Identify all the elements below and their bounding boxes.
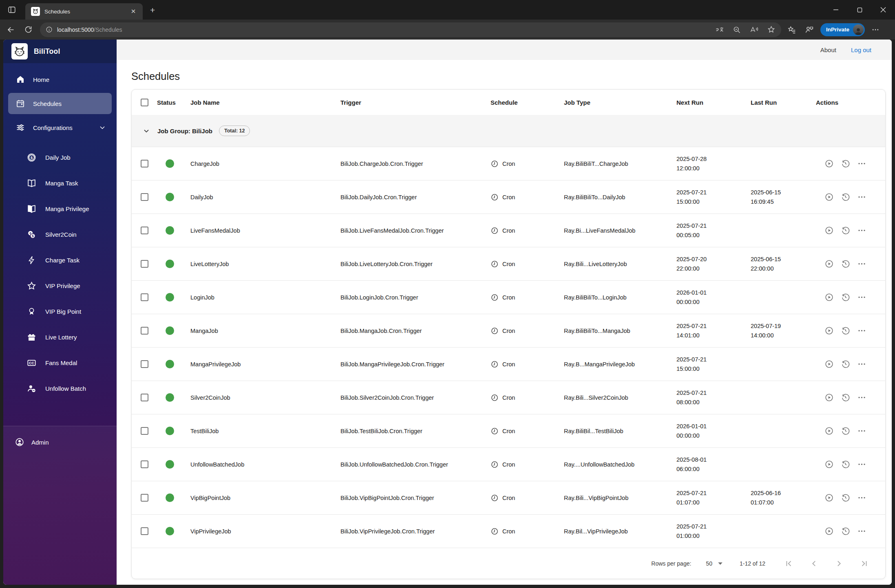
row-checkbox[interactable] [141,160,148,167]
more-actions-button[interactable] [857,426,866,436]
select-all-checkbox[interactable] [141,99,148,106]
job-history-button[interactable] [841,493,850,502]
back-icon[interactable] [5,24,17,36]
sidebar-item-schedules[interactable]: Schedules [8,93,112,114]
sidebar-subitem-label: Fans Medal [45,359,77,366]
sidebar-subitem-label: Live Lottery [45,334,77,341]
more-actions-button[interactable] [857,192,866,202]
sidebar-subitem[interactable]: Charge Task [3,247,117,273]
run-job-button[interactable] [824,293,834,302]
sidebar-subitem[interactable]: VIP Privilege [3,273,117,299]
job-name-cell: Silver2CoinJob [190,394,340,401]
run-job-button[interactable] [824,493,834,502]
run-job-button[interactable] [824,359,834,369]
sidebar-subitem[interactable]: Manga Task [3,170,117,196]
run-job-button[interactable] [824,326,834,335]
tab-workspaces-icon[interactable] [7,5,16,14]
favorites-star-icon[interactable] [765,24,777,36]
table-row: UnfollowBatchedJob BiliJob.UnfollowBatch… [132,447,885,481]
job-history-button[interactable] [841,526,850,536]
refresh-icon[interactable] [22,24,34,36]
sidebar-subitem[interactable]: $ Daily Job [3,145,117,170]
sidebar-subitem[interactable]: €$ Silver2Coin [3,222,117,247]
row-checkbox[interactable] [141,227,148,234]
next-page-icon[interactable] [835,559,844,568]
table-rows: ChargeJob BiliJob.ChargeJob.Cron.Trigger… [132,147,885,548]
row-checkbox[interactable] [141,360,148,368]
app-topbar: About Log out [117,40,892,60]
last-page-icon[interactable] [860,559,869,568]
job-history-button[interactable] [841,226,850,235]
browser-tab-schedules[interactable]: Schedules ✕ [25,3,143,20]
more-actions-button[interactable] [857,393,866,402]
row-checkbox[interactable] [141,293,148,301]
window-close-button[interactable] [871,0,895,20]
row-checkbox[interactable] [141,394,148,401]
previous-page-icon[interactable] [809,559,818,568]
tab-close-icon[interactable]: ✕ [129,7,138,16]
more-actions-button[interactable] [857,359,866,369]
run-job-button[interactable] [824,259,834,269]
row-checkbox[interactable] [141,260,148,268]
job-history-button[interactable] [841,259,850,269]
run-job-button[interactable] [824,393,834,402]
sidebar-item-configurations[interactable]: Configurations [3,118,117,137]
collections-icon[interactable] [785,23,798,36]
job-history-button[interactable] [841,426,850,436]
more-actions-button[interactable] [857,259,866,269]
job-history-button[interactable] [841,159,850,168]
rows-per-page-select[interactable]: 50 [706,560,723,567]
job-group-row[interactable]: Job Group: BiliJob Total: 12 [132,115,885,147]
sidebar-subitem[interactable]: Unfollow Batch [3,376,117,401]
row-checkbox[interactable] [141,193,148,201]
run-job-button[interactable] [824,526,834,536]
run-job-button[interactable] [824,426,834,436]
sidebar-item-home[interactable]: Home [3,70,117,89]
job-history-button[interactable] [841,293,850,302]
zoom-out-icon[interactable] [731,24,743,36]
row-checkbox[interactable] [141,327,148,335]
more-actions-button[interactable] [857,226,866,235]
settings-more-icon[interactable] [869,23,882,36]
sidebar-subitem[interactable]: VIP Big Point [3,299,117,324]
site-info-icon[interactable] [46,26,53,33]
more-actions-button[interactable] [857,526,866,536]
job-history-button[interactable] [841,192,850,202]
group-collapse-chevron-icon[interactable] [141,126,151,136]
job-history-button[interactable] [841,393,850,402]
clock-icon [491,293,499,302]
window-maximize-button[interactable] [848,0,871,20]
more-actions-button[interactable] [857,293,866,302]
new-tab-button[interactable]: + [150,6,155,14]
row-checkbox[interactable] [141,494,148,502]
more-actions-button[interactable] [857,326,866,335]
about-link[interactable]: About [820,46,836,53]
row-checkbox[interactable] [141,427,148,435]
sidebar-subitem[interactable]: CC Fans Medal [3,350,117,376]
sidebar-subitem[interactable]: Live Lottery [3,324,117,350]
read-aloud-icon[interactable] [748,24,760,36]
sidebar-subitem[interactable]: Manga Privilege [3,196,117,222]
browser-essentials-icon[interactable] [802,23,815,36]
job-history-button[interactable] [841,359,850,369]
first-page-icon[interactable] [784,559,793,568]
inprivate-profile-button[interactable]: InPrivate [820,23,865,36]
more-actions-button[interactable] [857,460,866,469]
translate-icon[interactable] [714,24,726,36]
window-minimize-button[interactable] [824,0,848,20]
more-actions-button[interactable] [857,493,866,502]
run-job-button[interactable] [824,159,834,168]
address-bar[interactable]: localhost:5000/Schedules [40,22,781,37]
job-history-button[interactable] [841,460,850,469]
last-run-cell: 2025-06-1601:07:00 [751,489,816,507]
job-type-cell: Ray.BiliBiliTo...DailyJob [564,194,676,200]
row-checkbox[interactable] [141,527,148,535]
logout-link[interactable]: Log out [851,46,871,53]
job-history-button[interactable] [841,326,850,335]
run-job-button[interactable] [824,226,834,235]
more-actions-button[interactable] [857,159,866,168]
run-job-button[interactable] [824,460,834,469]
sidebar-item-admin[interactable]: Admin [3,431,117,453]
row-checkbox[interactable] [141,460,148,468]
run-job-button[interactable] [824,192,834,202]
